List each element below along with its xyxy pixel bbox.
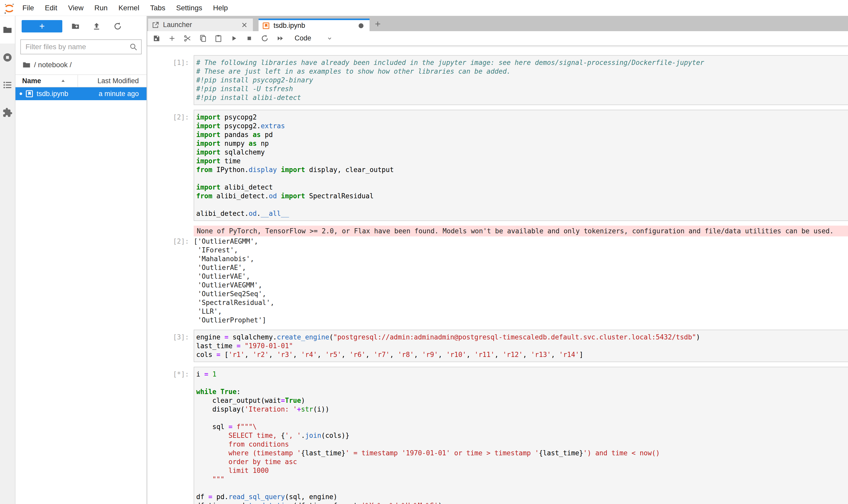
- file-row[interactable]: tsdb.ipynba minute ago: [15, 87, 146, 100]
- restart-run-all-button[interactable]: [272, 31, 288, 46]
- input-prompt: [1]:: [169, 55, 194, 105]
- upload-button[interactable]: [86, 20, 107, 33]
- code-line: limit 1000: [196, 466, 848, 475]
- stderr-output: None of PyTorch, TensorFlow >= 2.0, or F…: [194, 226, 848, 236]
- code-line: i = 1: [196, 370, 848, 379]
- menu-view[interactable]: View: [62, 0, 89, 16]
- code-line: #!pip install alibi-detect: [196, 93, 848, 102]
- cell-editor[interactable]: # The following libraries have already b…: [194, 55, 848, 105]
- run-cell-button[interactable]: [226, 31, 241, 46]
- search-icon: [129, 43, 138, 51]
- paste-cells-button[interactable]: [211, 31, 226, 46]
- output-line: ['OutlierAEGMM',: [194, 237, 848, 246]
- toolbar-buttons: [149, 31, 288, 46]
- menu-edit[interactable]: Edit: [39, 0, 62, 16]
- code-line: df = pd.read_sql_query(sql, engine): [196, 492, 848, 501]
- interrupt-kernel-button[interactable]: [241, 31, 257, 46]
- tab-tsdb-ipynb[interactable]: tsdb.ipynb: [258, 19, 369, 31]
- run-icon: [230, 34, 238, 42]
- file-list: tsdb.ipynba minute ago: [15, 87, 146, 100]
- output-line: 'IForest',: [194, 246, 848, 254]
- unsaved-dot: [20, 92, 22, 95]
- notebook-cells: [1]:# The following libraries have alrea…: [169, 55, 848, 504]
- file-browser-panel: + / notebook / Name Last Modified tsdb.i…: [15, 16, 147, 504]
- code-line: clear_output(wait=True): [196, 396, 848, 405]
- copy-cells-button[interactable]: [195, 31, 211, 46]
- stop-icon: [245, 34, 253, 42]
- jupyter-logo-icon: [0, 1, 17, 15]
- run-all-icon: [276, 34, 284, 42]
- code-line: cols = ['r1', 'r2', 'r3', 'r4', 'r5', 'r…: [196, 350, 848, 359]
- column-header-last-modified[interactable]: Last Modified: [77, 75, 146, 87]
- menu-settings[interactable]: Settings: [171, 0, 208, 16]
- jupyter-logo-icon: [3, 3, 14, 13]
- column-header-name[interactable]: Name: [15, 77, 77, 85]
- cell-editor[interactable]: i = 1 while True: clear_output(wait=True…: [194, 367, 848, 504]
- paste-icon: [214, 34, 222, 42]
- code-line: sql = f"""\: [196, 422, 848, 431]
- dock-panel: Launchertsdb.ipynb Code [1]:# The follow…: [147, 16, 848, 504]
- refresh-button[interactable]: [107, 20, 128, 33]
- execute-result: [2]:['OutlierAEGMM', 'IForest', 'Mahalan…: [169, 237, 848, 324]
- code-line: # These are just left in as examples to …: [196, 67, 848, 76]
- restart-icon: [260, 34, 269, 42]
- output-line: 'OutlierVAE',: [194, 272, 848, 281]
- code-line: # The following libraries have already b…: [196, 58, 848, 67]
- sidebar-tab-extension-manager[interactable]: [0, 98, 15, 126]
- code-line: [196, 174, 848, 183]
- close-tab-button[interactable]: [240, 21, 249, 29]
- unsaved-indicator[interactable]: [357, 21, 365, 30]
- code-cell: [*]:i = 1 while True: clear_output(wait=…: [169, 367, 848, 504]
- tab-launcher[interactable]: Launcher: [148, 19, 253, 31]
- file-name: tsdb.ipynb: [37, 90, 98, 98]
- running-icon: [2, 52, 13, 62]
- restart-kernel-button[interactable]: [257, 31, 272, 46]
- code-line: import sqlalchemy: [196, 148, 848, 157]
- sidebar-tab-file-browser[interactable]: [0, 16, 15, 43]
- output-line: 'OutlierSeq2Seq',: [194, 289, 848, 298]
- menu-file[interactable]: File: [17, 0, 39, 16]
- menu-run[interactable]: Run: [89, 0, 113, 16]
- new-folder-icon: [71, 22, 80, 31]
- new-tab-button[interactable]: [372, 18, 383, 30]
- output-line: 'OutlierVAEGMM',: [194, 281, 848, 289]
- menu-kernel[interactable]: Kernel: [113, 0, 145, 16]
- cut-cells-button[interactable]: [180, 31, 195, 46]
- sidebar-tab-running-sessions[interactable]: [0, 43, 15, 71]
- code-line: import time: [196, 157, 848, 165]
- breadcrumb[interactable]: / notebook /: [22, 60, 146, 69]
- folder-icon: [2, 25, 13, 35]
- code-line: #!pip install -U tsfresh: [196, 85, 848, 93]
- menu-tabs[interactable]: Tabs: [145, 0, 171, 16]
- code-line: from IPython.display import display, cle…: [196, 165, 848, 174]
- menubar-items: FileEditViewRunKernelTabsSettingsHelp: [17, 0, 233, 16]
- code-line: import psycopg2: [196, 113, 848, 122]
- upload-icon: [92, 22, 101, 31]
- code-line: where (timestamp '{last_time}' = timesta…: [196, 449, 848, 457]
- sidebar: [0, 16, 15, 504]
- insert-cell-button[interactable]: [164, 31, 180, 46]
- save-button[interactable]: [149, 31, 164, 46]
- code-line: [196, 484, 848, 492]
- cell-editor[interactable]: import psycopg2import psycopg2.extrasimp…: [194, 110, 848, 221]
- file-modified: a minute ago: [98, 90, 146, 98]
- breadcrumb-path: / notebook /: [34, 61, 72, 69]
- filter-files-input[interactable]: [25, 43, 129, 51]
- output-text: ['OutlierAEGMM', 'IForest', 'Mahalanobis…: [194, 237, 848, 324]
- sidebar-tab-table-of-contents[interactable]: [0, 71, 15, 98]
- output-line: 'SpectralResidual',: [194, 298, 848, 307]
- cell-editor[interactable]: engine = sqlalchemy.create_engine("postg…: [194, 330, 848, 362]
- code-line: display('Iteration: '+str(i)): [196, 405, 848, 414]
- code-line: import numpy as np: [196, 139, 848, 148]
- notebook-content: [1]:# The following libraries have alrea…: [147, 46, 848, 504]
- cell-type-dropdown[interactable]: Code: [294, 34, 333, 42]
- code-line: from alibi_detect.od import SpectralResi…: [196, 192, 848, 200]
- code-cell: [1]:# The following libraries have alrea…: [169, 55, 848, 105]
- input-prompt: [*]:: [169, 367, 194, 504]
- file-browser-toolbar: +: [15, 16, 146, 33]
- menu-help[interactable]: Help: [208, 0, 233, 16]
- new-folder-button[interactable]: [65, 20, 86, 33]
- new-launcher-button[interactable]: +: [22, 20, 62, 33]
- plus-icon: [374, 20, 382, 28]
- filebrowser-actions: [65, 20, 128, 33]
